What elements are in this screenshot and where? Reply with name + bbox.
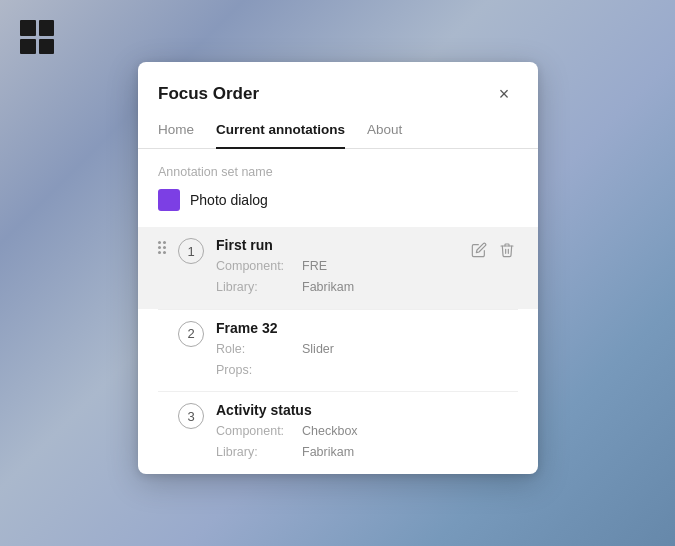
- item-meta: Component: FRE Library: Fabrikam: [216, 256, 456, 299]
- meta-key: Role:: [216, 339, 296, 360]
- drag-dot: [163, 329, 166, 332]
- drag-handle[interactable]: [158, 237, 166, 254]
- meta-val: Slider: [302, 339, 334, 360]
- edit-icon: [471, 242, 487, 258]
- drag-dot: [163, 411, 166, 414]
- item-meta: Component: Checkbox Library: Fabrikam: [216, 421, 518, 464]
- dialog-header: Focus Order ×: [138, 62, 538, 122]
- meta-val: Fabrikam: [302, 277, 354, 298]
- close-button[interactable]: ×: [490, 80, 518, 108]
- drag-dot: [158, 411, 161, 414]
- dialog-title: Focus Order: [158, 84, 259, 104]
- dialog-content: Annotation set name Photo dialog: [138, 149, 538, 474]
- win-tile-2: [39, 20, 55, 36]
- item-meta: Role: Slider Props:: [216, 339, 518, 382]
- meta-key: Library:: [216, 277, 296, 298]
- drag-dot: [163, 324, 166, 327]
- drag-dot: [158, 324, 161, 327]
- win-tile-3: [20, 39, 36, 55]
- annotation-item: 2 Frame 32 Role: Slider Props:: [138, 310, 538, 392]
- item-title: Activity status: [216, 402, 518, 418]
- edit-button[interactable]: [468, 239, 490, 264]
- annotation-color-swatch: [158, 189, 180, 211]
- meta-val: Checkbox: [302, 421, 358, 442]
- drag-dot: [163, 406, 166, 409]
- tab-current-annotations[interactable]: Current annotations: [216, 122, 345, 149]
- annotation-items-list: 1 First run Component: FRE Library: Fabr…: [138, 227, 538, 474]
- drag-dot: [158, 241, 161, 244]
- drag-dot: [163, 416, 166, 419]
- item-number: 2: [178, 321, 204, 347]
- annotation-set-label: Annotation set name: [158, 165, 518, 179]
- annotation-set-name: Photo dialog: [190, 192, 268, 208]
- drag-dot: [158, 416, 161, 419]
- delete-button[interactable]: [496, 239, 518, 264]
- drag-dot: [163, 334, 166, 337]
- focus-order-dialog: Focus Order × Home Current annotations A…: [138, 62, 538, 474]
- meta-key: Props:: [216, 360, 296, 381]
- annotation-set-row: Photo dialog: [158, 189, 518, 211]
- item-info: Activity status Component: Checkbox Libr…: [216, 402, 518, 464]
- item-info: First run Component: FRE Library: Fabrik…: [216, 237, 456, 299]
- drag-dot: [158, 406, 161, 409]
- item-number: 3: [178, 403, 204, 429]
- item-actions: [468, 237, 518, 264]
- annotation-item: 3 Activity status Component: Checkbox Li…: [138, 392, 538, 474]
- delete-icon: [499, 242, 515, 258]
- drag-dot: [158, 329, 161, 332]
- item-info: Frame 32 Role: Slider Props:: [216, 320, 518, 382]
- meta-val: FRE: [302, 256, 327, 277]
- win-tile-4: [39, 39, 55, 55]
- item-title: First run: [216, 237, 456, 253]
- tabs-bar: Home Current annotations About: [138, 122, 538, 149]
- drag-dot: [158, 246, 161, 249]
- tab-home[interactable]: Home: [158, 122, 194, 149]
- drag-dot: [163, 241, 166, 244]
- drag-dot: [158, 251, 161, 254]
- meta-val: Fabrikam: [302, 442, 354, 463]
- tab-about[interactable]: About: [367, 122, 402, 149]
- win-tile-1: [20, 20, 36, 36]
- annotation-item: 1 First run Component: FRE Library: Fabr…: [138, 227, 538, 309]
- meta-key: Component:: [216, 421, 296, 442]
- drag-dot: [158, 334, 161, 337]
- meta-key: Library:: [216, 442, 296, 463]
- windows-logo: [20, 20, 54, 54]
- item-number: 1: [178, 238, 204, 264]
- item-title: Frame 32: [216, 320, 518, 336]
- meta-key: Component:: [216, 256, 296, 277]
- drag-dot: [163, 246, 166, 249]
- drag-dot: [163, 251, 166, 254]
